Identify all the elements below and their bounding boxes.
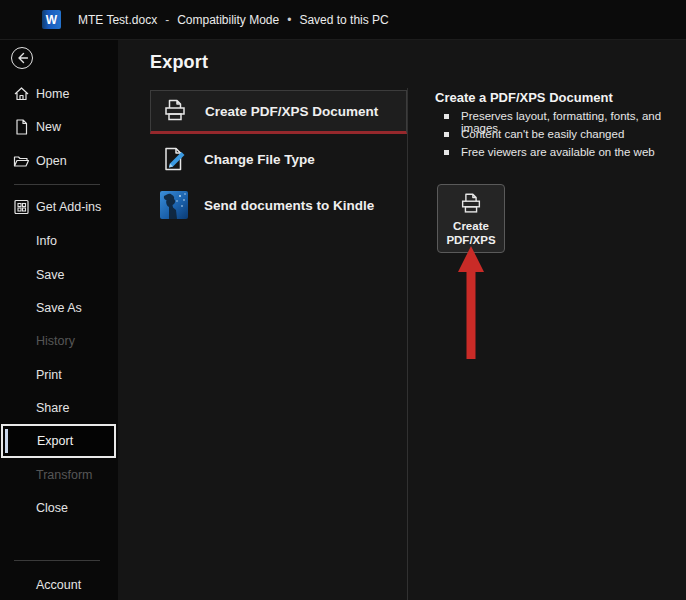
pdf-xps-document-icon [161,97,189,125]
title-dot-separator: • [287,13,291,27]
sidebar-item-label: Save As [36,301,82,315]
option-change-file-type[interactable]: Change File Type [150,139,407,179]
option-send-documents-to-kindle[interactable]: Send documents to Kindle [150,185,407,225]
sidebar-item-save-as[interactable]: Save As [0,296,118,320]
option-create-pdf-xps-document[interactable]: Create PDF/XPS Document [150,90,407,134]
change-file-type-icon [160,145,188,173]
pdf-xps-document-icon [458,191,484,217]
button-label-line2: PDF/XPS [446,234,495,247]
option-label: Send documents to Kindle [204,198,374,213]
page-title: Export [150,52,208,73]
square-bullet-icon [444,114,449,119]
home-icon [13,86,30,103]
sidebar-item-account[interactable]: Account [0,573,118,597]
button-label-line1: Create [453,220,489,233]
sidebar-item-export[interactable]: Export [1,424,116,458]
sidebar-item-label: New [36,120,61,134]
compatibility-mode-label: Compatibility Mode [177,13,279,27]
document-filename: MTE Test.docx [78,13,157,27]
sidebar-item-label: Export [37,434,73,448]
word-app-icon: W [42,10,61,29]
title-separator: - [165,13,169,27]
sidebar-item-label: Close [36,501,68,515]
bullet-text: Content can't be easily changed [461,128,624,140]
save-status-label: Saved to this PC [299,13,388,27]
sidebar-item-label: History [36,334,75,348]
selection-accent-bar [5,429,8,453]
add-ins-grid-icon [13,199,30,216]
sidebar-item-save[interactable]: Save [0,263,118,287]
kindle-icon [160,191,188,219]
sidebar-item-label: Share [36,401,69,415]
sidebar-item-label: Get Add-ins [36,200,101,214]
sidebar-item-transform: Transform [0,463,118,487]
sidebar-item-label: Account [36,578,81,592]
sidebar-item-label: Home [36,87,69,101]
sidebar-item-home[interactable]: Home [0,82,118,106]
panel-divider [407,88,408,600]
backstage-sidebar: Home New Open Get Add-ins Info Save Save… [0,40,118,600]
detail-bullet: Content can't be easily changed [444,128,684,140]
red-arrow-up-annotation [458,246,484,359]
sidebar-divider [14,184,100,185]
sidebar-item-close[interactable]: Close [0,496,118,520]
detail-bullet: Free viewers are available on the web [444,146,684,158]
sidebar-item-label: Info [36,234,57,248]
square-bullet-icon [444,132,449,137]
option-label: Create PDF/XPS Document [205,104,378,119]
sidebar-item-new[interactable]: New [0,115,118,139]
option-label: Change File Type [204,152,315,167]
title-bar: W MTE Test.docx - Compatibility Mode • S… [0,0,686,40]
sidebar-item-label: Print [36,368,62,382]
sidebar-item-history: History [0,329,118,353]
sidebar-item-info[interactable]: Info [0,229,118,253]
sidebar-divider [14,560,100,561]
detail-heading: Create a PDF/XPS Document [435,90,613,105]
create-pdf-xps-button[interactable]: Create PDF/XPS [437,184,505,253]
sidebar-item-label: Save [36,268,65,282]
sidebar-item-print[interactable]: Print [0,363,118,387]
document-title: MTE Test.docx - Compatibility Mode • Sav… [78,0,389,40]
sidebar-item-open[interactable]: Open [0,149,118,173]
back-button[interactable] [11,47,33,69]
bullet-text: Free viewers are available on the web [461,146,655,158]
open-folder-icon [13,153,30,170]
sidebar-item-get-add-ins[interactable]: Get Add-ins [0,195,118,219]
sidebar-item-share[interactable]: Share [0,396,118,420]
sidebar-item-label: Open [36,154,67,168]
sidebar-item-label: Transform [36,468,93,482]
new-document-icon [13,119,30,136]
arrow-left-icon [16,52,28,64]
square-bullet-icon [444,150,449,155]
